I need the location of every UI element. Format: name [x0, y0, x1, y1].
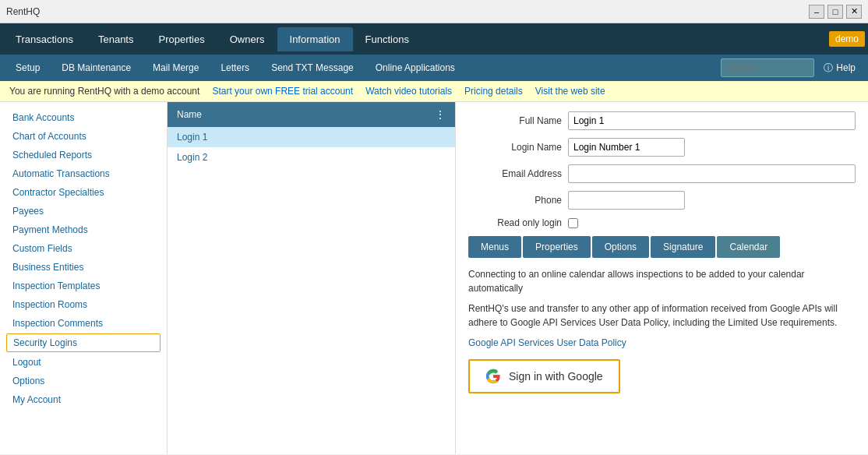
sidebar-item-payees[interactable]: Payees — [0, 202, 167, 220]
login-name-label: Login Name — [468, 142, 562, 153]
subnav-send-txt[interactable]: Send TXT Message — [262, 58, 363, 78]
tab-calendar[interactable]: Calendar — [717, 236, 780, 258]
email-label: Email Address — [468, 168, 562, 179]
list-panel: Name ⋮ Login 1 Login 2 — [168, 102, 456, 454]
search-input[interactable] — [721, 58, 814, 77]
video-link[interactable]: Watch video tutorials — [365, 86, 452, 97]
sidebar-item-logout[interactable]: Logout — [0, 353, 167, 372]
sidebar-item-inspection-templates[interactable]: Inspection Templates — [0, 277, 167, 295]
help-icon: ⓘ — [824, 62, 833, 75]
subnav-db-maintenance[interactable]: DB Maintenance — [52, 58, 140, 78]
list-item-login1[interactable]: Login 1 — [168, 127, 455, 147]
list-header-label: Name — [177, 109, 202, 120]
nav-tab-functions[interactable]: Functions — [353, 27, 422, 51]
google-icon — [485, 369, 501, 384]
sidebar-item-custom-fields[interactable]: Custom Fields — [0, 239, 167, 258]
detail-panel: Full Name Login Name Email Address Phone… — [456, 102, 868, 454]
full-name-input[interactable] — [568, 111, 856, 130]
subnav-mail-merge[interactable]: Mail Merge — [143, 58, 208, 78]
sidebar-item-inspection-comments[interactable]: Inspection Comments — [0, 314, 167, 333]
demo-badge: demo — [829, 31, 865, 47]
sidebar-item-scheduled-reports[interactable]: Scheduled Reports — [0, 146, 167, 164]
content-area: Bank Accounts Chart of Accounts Schedule… — [0, 102, 868, 454]
banner-text: You are running RentHQ with a demo accou… — [9, 86, 199, 97]
login-name-row: Login Name — [468, 138, 856, 157]
nav-tab-properties[interactable]: Properties — [146, 27, 217, 51]
title-bar: RentHQ – □ ✕ — [0, 0, 868, 23]
tab-signature[interactable]: Signature — [651, 236, 715, 258]
info-banner: You are running RentHQ with a demo accou… — [0, 81, 868, 102]
secondary-nav: Setup DB Maintenance Mail Merge Letters … — [0, 55, 868, 81]
google-signin-label: Sign in with Google — [509, 370, 603, 383]
phone-input[interactable] — [568, 191, 685, 210]
phone-label: Phone — [468, 195, 562, 206]
subnav-online-apps[interactable]: Online Applications — [366, 58, 464, 78]
sidebar-item-business-entities[interactable]: Business Entities — [0, 258, 167, 277]
sidebar-item-automatic-transactions[interactable]: Automatic Transactions — [0, 164, 167, 183]
sidebar-item-security-logins[interactable]: Security Logins — [6, 333, 161, 352]
tab-options[interactable]: Options — [592, 236, 649, 258]
close-button[interactable]: ✕ — [846, 5, 862, 19]
subnav-letters[interactable]: Letters — [211, 58, 259, 78]
sidebar: Bank Accounts Chart of Accounts Schedule… — [0, 102, 168, 454]
subnav-setup[interactable]: Setup — [6, 58, 49, 78]
sidebar-item-bank-accounts[interactable]: Bank Accounts — [0, 108, 167, 127]
nav-tab-owners[interactable]: Owners — [217, 27, 277, 51]
window-controls: – □ ✕ — [809, 5, 862, 19]
list-header: Name ⋮ — [168, 102, 455, 127]
readonly-checkbox[interactable] — [568, 218, 578, 228]
email-row: Email Address — [468, 164, 856, 183]
calendar-tab-content: Connecting to an online calendar allows … — [468, 267, 856, 393]
google-policy-link[interactable]: Google API Services User Data Policy — [468, 337, 626, 348]
login-name-input[interactable] — [568, 138, 685, 157]
sidebar-item-contractor-specialties[interactable]: Contractor Specialties — [0, 183, 167, 202]
full-name-row: Full Name — [468, 111, 856, 130]
nav-tab-transactions[interactable]: Transactions — [3, 27, 86, 51]
nav-tab-information[interactable]: Information — [277, 27, 353, 51]
list-item-login2[interactable]: Login 2 — [168, 147, 455, 168]
phone-row: Phone — [468, 191, 856, 210]
pricing-link[interactable]: Pricing details — [464, 86, 523, 97]
help-button[interactable]: ⓘ Help — [817, 62, 862, 75]
google-signin-button[interactable]: Sign in with Google — [468, 359, 620, 393]
maximize-button[interactable]: □ — [827, 5, 843, 19]
readonly-row: Read only login — [468, 217, 856, 228]
email-input[interactable] — [568, 164, 856, 183]
main-nav: Transactions Tenants Properties Owners I… — [0, 23, 868, 55]
sidebar-item-inspection-rooms[interactable]: Inspection Rooms — [0, 295, 167, 314]
sidebar-item-my-account[interactable]: My Account — [0, 390, 167, 409]
calendar-paragraph2: RentHQ's use and transfer to any other a… — [468, 302, 856, 330]
trial-link[interactable]: Start your own FREE trial account — [212, 86, 353, 97]
detail-tab-bar: Menus Properties Options Signature Calen… — [468, 236, 856, 258]
calendar-paragraph1: Connecting to an online calendar allows … — [468, 267, 856, 295]
website-link[interactable]: Visit the web site — [535, 86, 605, 97]
app-title: RentHQ — [6, 6, 40, 17]
minimize-button[interactable]: – — [809, 5, 824, 19]
sidebar-item-options[interactable]: Options — [0, 372, 167, 390]
tab-properties[interactable]: Properties — [523, 236, 591, 258]
tab-menus[interactable]: Menus — [468, 236, 521, 258]
help-label: Help — [836, 62, 856, 73]
list-options-icon[interactable]: ⋮ — [435, 108, 446, 121]
sidebar-item-payment-methods[interactable]: Payment Methods — [0, 220, 167, 239]
sidebar-item-chart-of-accounts[interactable]: Chart of Accounts — [0, 127, 167, 146]
nav-tab-tenants[interactable]: Tenants — [86, 27, 146, 51]
readonly-label: Read only login — [468, 217, 562, 228]
full-name-label: Full Name — [468, 115, 562, 126]
